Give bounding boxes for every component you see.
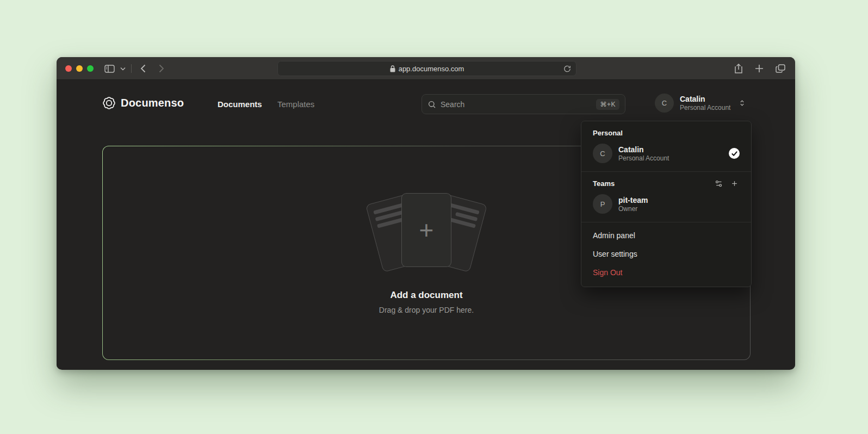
nav-templates[interactable]: Templates — [277, 100, 314, 109]
teams-section: Teams P pit-team Owner — [581, 171, 751, 222]
chevron-down-icon[interactable] — [120, 67, 126, 71]
close-window-button[interactable] — [65, 65, 72, 72]
personal-account-item[interactable]: C Catalin Personal Account — [588, 142, 745, 164]
plus-icon: + — [419, 218, 434, 243]
back-button[interactable] — [140, 64, 146, 73]
share-icon[interactable] — [734, 64, 743, 74]
search-shortcut-badge: ⌘+K — [596, 99, 619, 110]
dropzone-title: Add a document — [390, 290, 462, 301]
menu-actions-section: Admin panel User settings Sign Out — [581, 222, 751, 287]
search-box[interactable]: ⌘+K — [421, 94, 625, 114]
new-tab-icon[interactable] — [755, 64, 764, 73]
menu-item-user-settings[interactable]: User settings — [581, 245, 751, 263]
documenso-logo-icon — [102, 96, 116, 110]
url-text: app.documenso.com — [399, 65, 464, 73]
forward-button[interactable] — [159, 64, 164, 73]
teams-section-label: Teams — [588, 178, 745, 193]
browser-titlebar: app.documenso.com — [57, 57, 795, 80]
chevrons-up-down-icon — [739, 99, 746, 107]
team-avatar: P — [593, 194, 612, 214]
nav-documents[interactable]: Documents — [218, 100, 262, 109]
sidebar-toggle-icon[interactable] — [104, 65, 115, 73]
personal-avatar: C — [593, 144, 612, 163]
tab-overview-icon[interactable] — [776, 64, 785, 73]
team-role: Owner — [618, 205, 740, 213]
brand-name: Documenso — [121, 97, 184, 109]
search-input[interactable] — [441, 100, 592, 109]
account-name: Catalin — [680, 95, 730, 104]
account-avatar: C — [655, 94, 674, 113]
lock-icon — [390, 65, 395, 72]
browser-window: app.documenso.com — [57, 57, 795, 370]
personal-section-label: Personal — [588, 127, 745, 142]
check-circle-icon — [729, 148, 740, 159]
minimize-window-button[interactable] — [76, 65, 83, 72]
search-icon — [427, 100, 436, 109]
app-content: Documenso Documents Templates ⌘+K C Cata… — [57, 80, 795, 369]
add-team-icon[interactable] — [730, 179, 739, 188]
personal-sub: Personal Account — [618, 154, 723, 163]
toolbar-divider — [131, 64, 132, 73]
personal-name: Catalin — [618, 145, 723, 154]
account-menu-button[interactable]: C Catalin Personal Account — [655, 94, 746, 113]
menu-item-sign-out[interactable]: Sign Out — [581, 263, 751, 282]
menu-item-admin-panel[interactable]: Admin panel — [581, 226, 751, 245]
address-bar[interactable]: app.documenso.com — [277, 61, 576, 76]
zoom-window-button[interactable] — [87, 65, 94, 72]
brand[interactable]: Documenso — [102, 96, 184, 110]
team-item[interactable]: P pit-team Owner — [588, 193, 745, 215]
account-type: Personal Account — [680, 104, 730, 111]
team-name: pit-team — [618, 195, 740, 205]
add-document-card: + — [401, 193, 451, 267]
personal-section: Personal C Catalin Personal Account — [581, 121, 751, 171]
account-dropdown-menu: Personal C Catalin Personal Account Team… — [581, 121, 752, 287]
documents-illustration: + — [364, 192, 489, 274]
reload-icon[interactable] — [563, 65, 571, 73]
team-settings-icon[interactable] — [715, 179, 723, 188]
dropzone-subtitle: Drag & drop your PDF here. — [379, 306, 474, 314]
traffic-lights — [65, 65, 94, 72]
